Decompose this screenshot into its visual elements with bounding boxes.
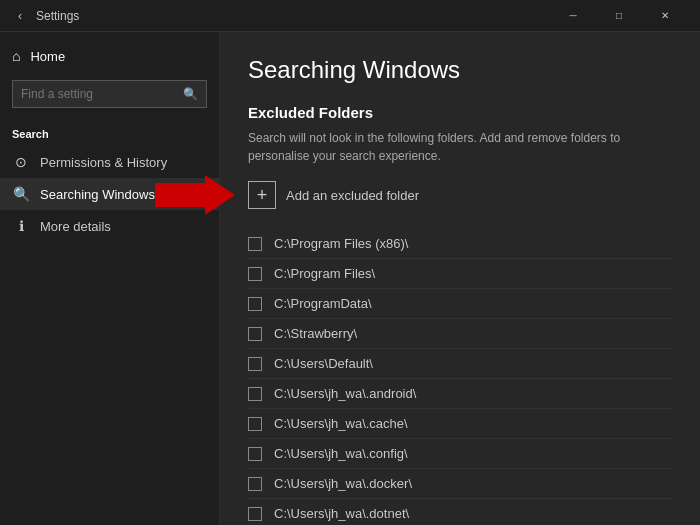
folder-checkbox[interactable] xyxy=(248,507,262,521)
content-area: Searching Windows Excluded Folders Searc… xyxy=(220,32,700,525)
maximize-button[interactable]: □ xyxy=(596,0,642,32)
sidebar-item-label: Searching Windows xyxy=(40,187,155,202)
folder-checkbox[interactable] xyxy=(248,477,262,491)
add-folder-plus-icon: + xyxy=(248,181,276,209)
folder-path: C:\Program Files\ xyxy=(274,266,375,281)
sidebar-item-searching-windows[interactable]: 🔍 Searching Windows xyxy=(0,178,219,210)
sidebar-home-button[interactable]: ⌂ Home xyxy=(0,40,219,72)
section-desc: Search will not look in the following fo… xyxy=(248,129,628,165)
list-item[interactable]: C:\Users\jh_wa\.android\ xyxy=(248,379,672,409)
back-button[interactable]: ‹ xyxy=(12,8,28,24)
list-item[interactable]: C:\Users\jh_wa\.dotnet\ xyxy=(248,499,672,525)
search-box[interactable]: 🔍 xyxy=(12,80,207,108)
section-title: Excluded Folders xyxy=(248,104,672,121)
folder-path: C:\Program Files (x86)\ xyxy=(274,236,408,251)
folder-path: C:\Users\jh_wa\.android\ xyxy=(274,386,416,401)
folder-path: C:\Users\jh_wa\.docker\ xyxy=(274,476,412,491)
folder-path: C:\ProgramData\ xyxy=(274,296,372,311)
list-item[interactable]: C:\Users\jh_wa\.cache\ xyxy=(248,409,672,439)
title-bar-left: ‹ Settings xyxy=(12,8,79,24)
folder-checkbox[interactable] xyxy=(248,237,262,251)
page-title: Searching Windows xyxy=(248,56,672,84)
add-folder-label: Add an excluded folder xyxy=(286,188,419,203)
home-label: Home xyxy=(30,49,65,64)
folder-path: C:\Users\jh_wa\.config\ xyxy=(274,446,408,461)
permissions-icon: ⊙ xyxy=(12,154,30,170)
folder-checkbox[interactable] xyxy=(248,297,262,311)
list-item[interactable]: C:\ProgramData\ xyxy=(248,289,672,319)
list-item[interactable]: C:\Strawberry\ xyxy=(248,319,672,349)
folder-checkbox[interactable] xyxy=(248,267,262,281)
add-excluded-folder-button[interactable]: + Add an excluded folder xyxy=(248,181,672,209)
search-input[interactable] xyxy=(21,87,183,101)
list-item[interactable]: C:\Users\jh_wa\.config\ xyxy=(248,439,672,469)
title-bar: ‹ Settings ─ □ ✕ xyxy=(0,0,700,32)
folder-checkbox[interactable] xyxy=(248,387,262,401)
sidebar-item-label: More details xyxy=(40,219,111,234)
folder-path: C:\Strawberry\ xyxy=(274,326,357,341)
close-button[interactable]: ✕ xyxy=(642,0,688,32)
list-item[interactable]: C:\Program Files\ xyxy=(248,259,672,289)
home-icon: ⌂ xyxy=(12,48,20,64)
sidebar: ⌂ Home 🔍 Search ⊙ Permissions & History … xyxy=(0,32,220,525)
sidebar-section-label: Search xyxy=(0,116,219,146)
title-bar-title: Settings xyxy=(36,9,79,23)
minimize-button[interactable]: ─ xyxy=(550,0,596,32)
more-details-icon: ℹ xyxy=(12,218,30,234)
folder-path: C:\Users\Default\ xyxy=(274,356,373,371)
sidebar-item-permissions[interactable]: ⊙ Permissions & History xyxy=(0,146,219,178)
list-item[interactable]: C:\Users\Default\ xyxy=(248,349,672,379)
list-item[interactable]: C:\Program Files (x86)\ xyxy=(248,229,672,259)
folder-checkbox[interactable] xyxy=(248,357,262,371)
folder-checkbox[interactable] xyxy=(248,447,262,461)
main-layout: ⌂ Home 🔍 Search ⊙ Permissions & History … xyxy=(0,32,700,525)
list-item[interactable]: C:\Users\jh_wa\.docker\ xyxy=(248,469,672,499)
folder-checkbox[interactable] xyxy=(248,417,262,431)
folder-checkbox[interactable] xyxy=(248,327,262,341)
folder-list: C:\Program Files (x86)\C:\Program Files\… xyxy=(248,229,672,525)
sidebar-item-label: Permissions & History xyxy=(40,155,167,170)
sidebar-item-more-details[interactable]: ℹ More details xyxy=(0,210,219,242)
folder-path: C:\Users\jh_wa\.cache\ xyxy=(274,416,408,431)
search-icon: 🔍 xyxy=(183,87,198,101)
folder-path: C:\Users\jh_wa\.dotnet\ xyxy=(274,506,409,521)
title-bar-controls: ─ □ ✕ xyxy=(550,0,688,32)
searching-windows-icon: 🔍 xyxy=(12,186,30,202)
